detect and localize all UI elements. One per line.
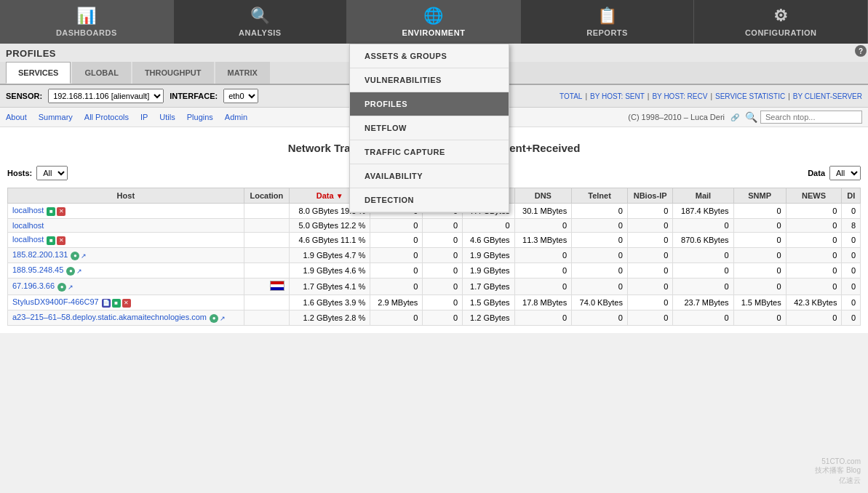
dd-detection[interactable]: DETECTION: [350, 188, 509, 212]
link-ip[interactable]: IP: [140, 113, 148, 121]
host-link[interactable]: a23–215–61–58.deploy.static.akamaitechno…: [12, 313, 207, 321]
col-nbios[interactable]: NBios-IP: [627, 188, 672, 204]
tab-matrix[interactable]: MATRIX: [215, 62, 270, 84]
nbios-cell: 0: [627, 204, 672, 219]
location-cell: [244, 278, 289, 295]
filter-service-statistic[interactable]: SERVICE STATISTIC: [715, 92, 785, 100]
external-icon: ↗: [81, 252, 87, 260]
link-plugins[interactable]: Plugins: [187, 113, 213, 121]
col-telnet[interactable]: Telnet: [572, 188, 628, 204]
location-cell: [244, 248, 289, 263]
link-about[interactable]: About: [6, 113, 27, 121]
host-link[interactable]: localhost: [12, 221, 44, 230]
snmp-cell: 0: [733, 310, 786, 326]
data-cell: 1.6 GBytes 3.9 %: [290, 295, 370, 310]
snmp-cell: 1.5 MBytes: [733, 295, 786, 310]
host-cell: 185.82.200.131●↗: [8, 248, 244, 263]
dd-assets-groups[interactable]: ASSETS & GROUPS: [350, 44, 509, 68]
di-cell: 0: [842, 310, 861, 326]
http-cell: 1.7 GBytes: [463, 278, 515, 295]
dns-cell: 11.3 MBytes: [514, 233, 572, 248]
nbios-cell: 0: [627, 248, 672, 263]
ftp-cell: 0: [370, 263, 423, 278]
sensor-section: SENSOR: 192.168.11.106 [alienvault] INTE…: [6, 89, 258, 103]
data-select[interactable]: All: [829, 166, 861, 180]
host-link[interactable]: 188.95.248.45: [12, 265, 63, 274]
host-link[interactable]: localhost: [12, 235, 44, 244]
link-all-protocols[interactable]: All Protocols: [84, 113, 129, 121]
host-x-icon: ✕: [122, 299, 131, 308]
dns-cell: 17.8 MBytes: [514, 295, 572, 310]
col-mail[interactable]: Mail: [673, 188, 733, 204]
sensor-select[interactable]: 192.168.11.106 [alienvault]: [48, 89, 164, 103]
dd-profiles[interactable]: PROFILES: [350, 92, 509, 116]
host-icons: ■✕: [47, 207, 65, 216]
nav-reports[interactable]: 📋 REPORTS: [521, 0, 695, 44]
dd-traffic-capture[interactable]: TRAFFIC CAPTURE: [350, 140, 509, 164]
mail-cell: 187.4 KBytes: [673, 204, 733, 219]
col-dns[interactable]: DNS: [514, 188, 572, 204]
host-globe-icon: ●: [210, 314, 218, 323]
link-utils[interactable]: Utils: [159, 113, 175, 121]
col-news[interactable]: NEWS: [786, 188, 842, 204]
nbios-cell: 0: [627, 295, 672, 310]
di-cell: 0: [842, 248, 861, 263]
dd-netflow[interactable]: NETFLOW: [350, 116, 509, 140]
host-link[interactable]: 67.196.3.66: [12, 281, 55, 290]
link-summary[interactable]: Summary: [39, 113, 73, 121]
host-icons: 📄■✕: [102, 299, 131, 308]
col-location[interactable]: Location: [244, 188, 289, 204]
dns-cell: 0: [514, 310, 572, 326]
host-cell: a23–215–61–58.deploy.static.akamaitechno…: [8, 310, 244, 326]
location-cell: [244, 295, 289, 310]
help-icon[interactable]: ?: [855, 45, 867, 57]
filter-total[interactable]: TOTAL: [560, 92, 582, 100]
di-cell: 0: [842, 204, 861, 219]
host-link[interactable]: localhost: [12, 206, 44, 215]
news-cell: 0: [786, 204, 842, 219]
http-cell: 1.2 GBytes: [463, 310, 515, 326]
host-globe-icon: ●: [66, 267, 75, 276]
hosts-filter-left: Hosts: All: [7, 166, 68, 180]
filter-by-client-server[interactable]: BY CLIENT-SERVER: [793, 92, 862, 100]
nav-analysis[interactable]: 🔍 ANALYSIS: [174, 0, 348, 44]
table-row: localhost5.0 GBytes 12.2 %0000000008: [8, 219, 861, 233]
hosts-select[interactable]: All: [36, 166, 68, 180]
nav-dashboards[interactable]: 📊 DASHBOARDS: [0, 0, 174, 44]
filter-by-host-recv[interactable]: BY HOST: RECV: [652, 92, 707, 100]
col-snmp[interactable]: SNMP: [733, 188, 786, 204]
dns-cell: 0: [514, 263, 572, 278]
dd-vulnerabilities[interactable]: VULNERABILITIES: [350, 68, 509, 92]
dns-cell: 0: [514, 248, 572, 263]
data-filters: TOTAL | BY HOST: SENT | BY HOST: RECV | …: [560, 92, 862, 100]
news-cell: 0: [786, 219, 842, 233]
tab-throughput[interactable]: THROUGHPUT: [132, 62, 214, 84]
http-cell: 1.9 GBytes: [463, 263, 515, 278]
host-link[interactable]: StylusDX9400F-466C97: [12, 297, 99, 306]
interface-select[interactable]: eth0: [223, 89, 258, 103]
tab-global[interactable]: GLOBAL: [72, 62, 130, 84]
host-box-icon: ■: [47, 236, 55, 245]
table-row: 185.82.200.131●↗1.9 GBytes 4.7 %001.9 GB…: [8, 248, 861, 263]
dd-availability[interactable]: AVAILABILITY: [350, 164, 509, 188]
hosts-filter-right: Data All: [808, 166, 861, 180]
filter-by-host-sent[interactable]: BY HOST: SENT: [590, 92, 645, 100]
http-cell: 1.9 GBytes: [463, 248, 515, 263]
host-link[interactable]: 185.82.200.131: [12, 250, 68, 259]
news-cell: 0: [786, 248, 842, 263]
nav-environment[interactable]: 🌐 ENVIRONMENT: [347, 0, 521, 44]
news-cell: 0: [786, 233, 842, 248]
table-row: 188.95.248.45●↗1.9 GBytes 4.6 %001.9 GBy…: [8, 263, 861, 278]
http-cell: 1.5 GBytes: [463, 295, 515, 310]
search-input[interactable]: [760, 111, 862, 124]
nbios-cell: 0: [627, 263, 672, 278]
snmp-cell: 0: [733, 233, 786, 248]
snmp-cell: 0: [733, 263, 786, 278]
nav-configuration[interactable]: ⚙ CONFIGURATION: [694, 0, 868, 44]
col-di[interactable]: DI: [842, 188, 861, 204]
host-box-icon: ■: [112, 299, 121, 308]
ftp-cell: 0: [370, 233, 423, 248]
tab-services[interactable]: SERVICES: [6, 62, 71, 84]
link-admin[interactable]: Admin: [225, 113, 247, 121]
col-host[interactable]: Host: [8, 188, 244, 204]
